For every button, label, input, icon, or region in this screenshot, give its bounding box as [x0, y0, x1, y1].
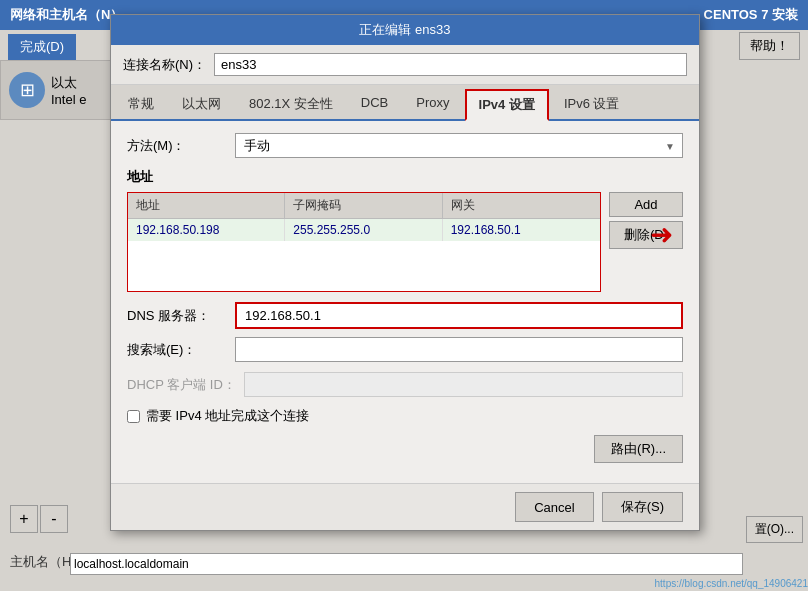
dhcp-client-id-input	[244, 372, 683, 397]
dialog-content: 方法(M)： 手动 自动(DHCP) 仅本地链接 共享 禁用 地址 地址 子网掩…	[111, 121, 699, 483]
bg-title: 网络和主机名（N）	[10, 6, 123, 24]
cell-subnet: 255.255.255.0	[285, 219, 442, 241]
method-select[interactable]: 手动 自动(DHCP) 仅本地链接 共享 禁用	[235, 133, 683, 158]
tab-proxy[interactable]: Proxy	[403, 89, 462, 119]
settings-button[interactable]: 置(O)...	[746, 516, 803, 543]
tab-general[interactable]: 常规	[115, 89, 167, 119]
dns-row: DNS 服务器：	[127, 302, 683, 329]
route-button[interactable]: 路由(R)...	[594, 435, 683, 463]
hostname-input[interactable]	[70, 553, 743, 575]
sidebar-label: 以太	[51, 74, 86, 92]
add-connection-button[interactable]: +	[10, 505, 38, 533]
search-domain-row: 搜索域(E)：	[127, 337, 683, 362]
save-button[interactable]: 保存(S)	[602, 492, 683, 522]
complete-button[interactable]: 完成(D)	[8, 34, 76, 60]
edit-connection-dialog: 正在编辑 ens33 连接名称(N)： 常规 以太网 802.1X 安全性 DC…	[110, 14, 700, 531]
tab-bar: 常规 以太网 802.1X 安全性 DCB Proxy IPv4 设置 IPv6…	[111, 85, 699, 121]
cell-gateway: 192.168.50.1	[443, 219, 600, 241]
dns-input[interactable]	[235, 302, 683, 329]
help-button[interactable]: 帮助！	[739, 32, 800, 60]
add-address-button[interactable]: Add	[609, 192, 683, 217]
method-label: 方法(M)：	[127, 137, 227, 155]
dns-label: DNS 服务器：	[127, 307, 227, 325]
ethernet-icon: ⊞	[9, 72, 45, 108]
require-ipv4-row: 需要 IPv4 地址完成这个连接	[127, 407, 683, 425]
search-label: 搜索域(E)：	[127, 341, 227, 359]
table-header: 地址 子网掩码 网关	[128, 193, 600, 219]
require-ipv4-checkbox[interactable]	[127, 410, 140, 423]
dialog-title-text: 正在编辑 ens33	[359, 22, 450, 37]
table-row[interactable]: 192.168.50.198 255.255.255.0 192.168.50.…	[128, 219, 600, 241]
table-buttons: Add 删除(D)	[609, 192, 683, 292]
conn-name-label: 连接名称(N)：	[123, 56, 206, 74]
dhcp-label: DHCP 客户端 ID：	[127, 376, 236, 394]
search-domain-input[interactable]	[235, 337, 683, 362]
method-select-wrapper: 手动 自动(DHCP) 仅本地链接 共享 禁用	[235, 133, 683, 158]
bottom-add-remove-buttons: + -	[10, 505, 68, 533]
address-section-title: 地址	[127, 168, 683, 186]
tab-ethernet[interactable]: 以太网	[169, 89, 234, 119]
cancel-button[interactable]: Cancel	[515, 492, 593, 522]
tab-8021x-security[interactable]: 802.1X 安全性	[236, 89, 346, 119]
dialog-footer: Cancel 保存(S)	[111, 483, 699, 530]
route-button-row: 路由(R)...	[127, 435, 683, 463]
tab-ipv6[interactable]: IPv6 设置	[551, 89, 633, 119]
connection-name-row: 连接名称(N)：	[111, 45, 699, 85]
watermark: https://blog.csdn.net/qq_14906421	[655, 578, 808, 589]
tab-ipv4[interactable]: IPv4 设置	[465, 89, 549, 121]
tab-dcb[interactable]: DCB	[348, 89, 401, 119]
table-empty-area	[128, 241, 600, 291]
centos-title: CENTOS 7 安装	[704, 6, 798, 24]
remove-connection-button[interactable]: -	[40, 505, 68, 533]
sidebar-icon-text: 以太 Intel e	[51, 74, 86, 107]
sidebar-ethernet-icon[interactable]: ⊞ 以太 Intel e	[0, 60, 115, 120]
col-gateway: 网关	[443, 193, 600, 218]
method-row: 方法(M)： 手动 自动(DHCP) 仅本地链接 共享 禁用	[127, 133, 683, 158]
conn-name-input[interactable]	[214, 53, 687, 76]
dialog-title: 正在编辑 ens33	[111, 15, 699, 45]
hostname-input-area	[70, 553, 743, 575]
col-address: 地址	[128, 193, 285, 218]
sidebar-sublabel: Intel e	[51, 92, 86, 107]
dhcp-client-id-row: DHCP 客户端 ID：	[127, 372, 683, 397]
require-ipv4-label: 需要 IPv4 地址完成这个连接	[146, 407, 309, 425]
delete-address-button[interactable]: 删除(D)	[609, 221, 683, 249]
address-table-container: 地址 子网掩码 网关 192.168.50.198 255.255.255.0 …	[127, 192, 683, 292]
col-subnet: 子网掩码	[285, 193, 442, 218]
address-table: 地址 子网掩码 网关 192.168.50.198 255.255.255.0 …	[127, 192, 601, 292]
cell-address: 192.168.50.198	[128, 219, 285, 241]
